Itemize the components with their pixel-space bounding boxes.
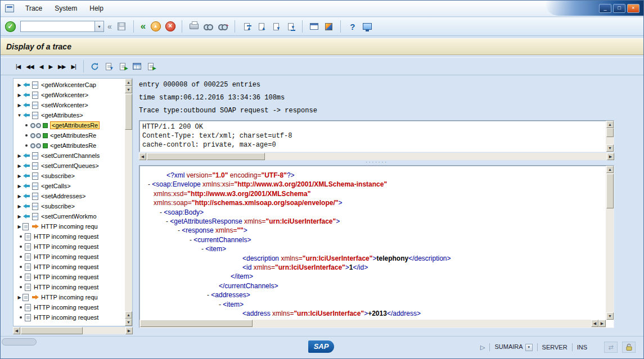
last-page-button[interactable]: ▼ [284, 20, 297, 33]
scroll-right-icon[interactable]: ▶ [598, 320, 606, 327]
xml-viewer-box[interactable]: <?xml version="1.0" encoding="UTF-8"?>- … [139, 165, 614, 328]
find-next-button[interactable]: + [217, 20, 229, 33]
expand-icon[interactable]: ▶ [16, 204, 22, 209]
first-page-button[interactable]: ▲ [240, 20, 253, 33]
enter-icon[interactable]: ✓ [5, 21, 16, 32]
export-trace-button[interactable]: ▶ [145, 60, 157, 72]
tree-item[interactable]: ▶<getCalls> [13, 181, 125, 191]
next-entry-icon[interactable]: ▶ [46, 62, 55, 71]
expand-icon[interactable]: ▶ [16, 184, 22, 189]
scroll-forward-icon[interactable]: ▶▶ [55, 62, 68, 71]
page-down-button[interactable]: ▼ [269, 20, 282, 33]
scroll-down-icon[interactable]: ▼ [606, 144, 614, 152]
http-header-box[interactable]: HTTP/1.1 200 OKContent-Type: text/xml; c… [139, 120, 614, 152]
system-field[interactable]: SUMAIRA▼ [494, 343, 532, 351]
save-local-file-button[interactable]: ▼ [102, 60, 115, 72]
tree-item[interactable]: HTTP incoming request [13, 312, 125, 322]
create-shortcut-button[interactable] [322, 20, 335, 33]
tree-item[interactable]: ▶<setCurrentChannels [13, 151, 125, 161]
scroll-down-icon[interactable]: ▼ [606, 312, 614, 320]
tree-item[interactable]: HTTP incoming request [13, 272, 125, 282]
tree-item[interactable]: HTTP incoming request [13, 242, 125, 252]
last-entry-icon[interactable]: ▶| [68, 62, 78, 71]
app-window-icon[interactable] [5, 4, 14, 12]
command-input[interactable] [20, 21, 94, 32]
expand-icon[interactable]: ▶ [16, 174, 22, 179]
tree-item[interactable]: ▶HTTP incoming requ [13, 292, 125, 302]
tree-item[interactable]: ▶HTTP incoming requ [13, 221, 125, 231]
scroll-thumb[interactable] [606, 174, 614, 208]
tree-item[interactable]: ▶<setAddresses> [13, 191, 125, 201]
collapse-icon[interactable]: ▼ [16, 113, 22, 118]
tree-vscrollbar[interactable]: ▲ ▼ ▲ ▼ [125, 79, 132, 326]
minimize-button[interactable]: _ [599, 4, 611, 13]
tree-item[interactable]: HTTP incoming request [13, 231, 125, 242]
tree-item[interactable]: HTTP incoming request [13, 252, 125, 262]
customize-layout-button[interactable] [361, 20, 373, 33]
scroll-up-icon[interactable]: ▲ [125, 311, 132, 319]
tree-item[interactable]: HTTP incoming request [13, 282, 125, 292]
expand-icon[interactable]: ▶ [16, 163, 22, 169]
expand-icon[interactable]: ▶ [16, 93, 22, 98]
restore-button[interactable]: □ [613, 4, 625, 13]
scroll-left-icon[interactable]: ◀ [13, 327, 20, 334]
scroll-down-icon[interactable]: ▼ [125, 319, 132, 326]
menu-help[interactable]: Help [88, 3, 105, 13]
command-dropdown-icon[interactable]: ▼ [94, 21, 104, 32]
previous-entry-icon[interactable]: ◀ [37, 62, 46, 71]
first-entry-icon[interactable]: |◀ [13, 62, 23, 71]
tree-item[interactable]: ▶<getWorkcenter> [13, 90, 125, 100]
expand-icon[interactable]: ▶ [16, 295, 22, 300]
expand-icon[interactable]: ▶ [16, 214, 22, 219]
tree-item[interactable]: ▶<subscribe> [13, 171, 125, 181]
scroll-up-icon[interactable]: ▲ [606, 121, 614, 128]
menu-trace[interactable]: Trace [24, 3, 43, 13]
scroll-thumb[interactable] [606, 128, 614, 137]
table-view-button[interactable] [130, 60, 143, 72]
tree-item[interactable]: ▶<setCurrentWorkmo [13, 211, 125, 221]
lock-box[interactable] [622, 342, 636, 353]
back-icon[interactable]: « [139, 21, 147, 32]
cancel-button[interactable]: × [164, 20, 177, 33]
menu-system[interactable]: System [53, 3, 78, 13]
scroll-thumb[interactable] [125, 94, 132, 130]
scroll-left-icon[interactable]: ◀ [591, 320, 598, 327]
tree-item[interactable]: HTTP incoming request [13, 262, 125, 272]
performance-icon[interactable]: ▷ [480, 344, 485, 351]
expand-icon[interactable]: ▶ [16, 153, 22, 158]
scroll-up-icon[interactable]: ▲ [125, 79, 132, 86]
tree-item[interactable]: ▶<getWorkcenterCap [13, 80, 125, 90]
tree-hscrollbar[interactable]: ◀ ▶ [13, 327, 133, 334]
scroll-thumb[interactable] [147, 153, 265, 160]
tree-item[interactable]: HTTP incoming request [13, 302, 125, 312]
save-button[interactable] [115, 20, 128, 33]
status-message-field[interactable] [2, 338, 37, 346]
tree-item[interactable]: ▶<setWorkcenter> [13, 100, 125, 110]
new-session-button[interactable] [308, 20, 321, 33]
tree-item[interactable]: <getAttributesRe [13, 130, 125, 140]
scroll-thumb[interactable] [140, 320, 253, 327]
xml-hscrollbar[interactable]: ◀ ▶ [139, 320, 606, 328]
scroll-left-icon[interactable]: ◀ [139, 153, 146, 160]
scroll-back-icon[interactable]: ◀◀ [23, 62, 36, 71]
tree-item[interactable]: <getAttributesRe [13, 120, 125, 130]
tree-item[interactable]: ▼<getAttributes> [13, 110, 125, 120]
expand-icon[interactable]: ▶ [16, 103, 22, 108]
splitter-handle[interactable]: ······· [139, 160, 614, 165]
scroll-up-icon[interactable]: ▲ [606, 166, 614, 173]
page-up-button[interactable]: ▲ [255, 20, 268, 33]
tree-item[interactable]: ▶<setCurrentQueues> [13, 161, 125, 171]
exit-button[interactable]: ▲ [149, 20, 162, 33]
close-button[interactable]: × [627, 4, 640, 13]
expand-icon[interactable]: ▶ [16, 194, 22, 199]
tree-item[interactable]: <getAttributesRe [13, 140, 125, 151]
display-entry-button[interactable]: ▶ [116, 60, 129, 72]
expand-icon[interactable]: ▶ [16, 83, 22, 88]
print-button[interactable] [187, 20, 200, 33]
xml-vscrollbar[interactable]: ▲ ▼ [606, 166, 614, 320]
expand-icon[interactable]: ▶ [16, 224, 22, 229]
scroll-right-icon[interactable]: ▶ [125, 327, 133, 334]
scroll-right-icon[interactable]: ▶ [607, 153, 614, 160]
help-button[interactable]: ? [346, 20, 359, 33]
tree-item[interactable]: ▶<subscribe> [13, 201, 125, 211]
